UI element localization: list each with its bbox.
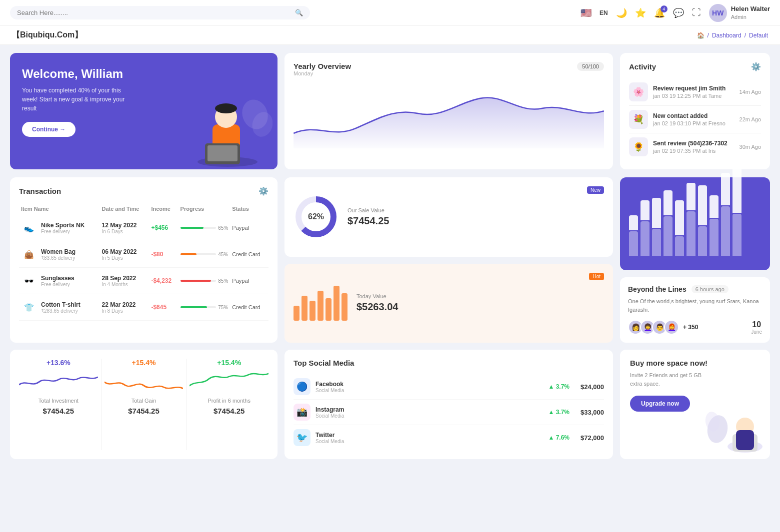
beyond-title: Beyond the Lines xyxy=(628,285,686,293)
stat-label: Profit in 6 months xyxy=(208,398,250,404)
social-icon: 🐦 xyxy=(294,429,310,446)
transaction-title: Transaction xyxy=(19,187,61,195)
fullscreen-icon[interactable]: ⛶ xyxy=(692,7,701,18)
activity-title: Activity xyxy=(629,62,656,71)
right-column: Beyond the Lines 6 hours ago One Of the … xyxy=(620,177,770,343)
social-amount: $33,000 xyxy=(580,409,604,416)
item-income: +$456 xyxy=(149,215,178,241)
activity-avatar: 🌻 xyxy=(629,137,648,156)
bar-dark xyxy=(732,168,742,213)
transaction-settings-icon[interactable]: ⚙️ xyxy=(258,186,268,196)
mini-bar xyxy=(294,306,300,321)
stat-pct: +15.4% xyxy=(217,359,241,367)
breadcrumb-current: Default xyxy=(749,32,768,39)
search-bar[interactable]: 🔍 xyxy=(10,6,310,19)
item-progress: 85% xyxy=(178,268,230,294)
social-row: 📸 Instagram Social Media ▲ 3.7% $33,000 xyxy=(294,400,604,425)
buy-illustration xyxy=(705,399,765,454)
main-grid-row1: Welcome, William You have completed 40% … xyxy=(0,45,780,177)
welcome-subtitle: You have completed 40% of your this week… xyxy=(22,86,132,113)
notification-bell[interactable]: 🔔 4 xyxy=(654,7,665,18)
bar-light xyxy=(675,236,684,256)
transaction-table: Item NameDate and TimeIncomeProgressStat… xyxy=(19,203,268,321)
item-sub: ₹83.65 delivery xyxy=(41,255,76,261)
mini-bar xyxy=(334,286,340,321)
buy-title: Buy more space now! xyxy=(630,359,760,367)
moon-icon[interactable]: 🌙 xyxy=(616,7,627,18)
bar-light xyxy=(664,216,672,256)
activity-item-title: Sent review (504)236-7302 xyxy=(653,140,734,147)
social-info: Facebook Social Media xyxy=(316,381,543,393)
continue-button[interactable]: Continue → xyxy=(22,122,76,137)
bar-column xyxy=(675,200,684,256)
bar-light xyxy=(629,231,638,256)
stat-item: +15.4% Profit in 6 months $7454.25 xyxy=(190,359,268,450)
star-icon[interactable]: ⭐ xyxy=(635,7,646,18)
item-name: Cotton T-shirt xyxy=(41,301,80,308)
sale-label: Our Sale Value xyxy=(348,207,578,213)
donut-percent: 62% xyxy=(308,212,324,221)
beyond-desc: One Of the world,s brightest, young surf… xyxy=(628,297,762,314)
breadcrumb: 🏠 / Dashboard / Default xyxy=(697,32,768,39)
item-cell: 👟 Nike Sports NK Free delivery xyxy=(21,220,98,236)
bar-light xyxy=(732,214,742,256)
welcome-illustration xyxy=(182,84,272,169)
activity-item: 💐 New contact added jan 02 19 03:10 PM a… xyxy=(629,106,761,133)
language-label[interactable]: EN xyxy=(600,9,608,16)
home-icon[interactable]: 🏠 xyxy=(697,32,704,39)
user-role: Admin xyxy=(731,13,770,20)
social-pct: ▲ 3.7% xyxy=(548,383,570,390)
bar-dark xyxy=(710,195,718,218)
main-grid-row2: Transaction ⚙️ Item NameDate and TimeInc… xyxy=(0,177,780,343)
stat-label: Total Investment xyxy=(38,398,78,404)
item-emoji: 👜 xyxy=(21,246,37,262)
table-row: 👜 Women Bag ₹83.65 delivery 06 May 2022 … xyxy=(19,241,268,268)
item-progress: 75% xyxy=(178,294,230,321)
yearly-title: Yearly Overview xyxy=(294,62,351,70)
stat-pct: +13.6% xyxy=(46,359,70,367)
upgrade-button[interactable]: Upgrade now xyxy=(630,396,690,412)
chat-icon[interactable]: 💬 xyxy=(673,7,684,18)
item-status: Credit Card xyxy=(230,241,268,268)
stat-pct: +15.4% xyxy=(132,359,156,367)
activity-settings-icon[interactable]: ⚙️ xyxy=(751,62,761,71)
bar-column xyxy=(652,198,661,256)
welcome-card: Welcome, William You have completed 40% … xyxy=(10,53,278,169)
breadcrumb-dashboard[interactable]: Dashboard xyxy=(712,32,742,39)
social-row: 🐦 Twitter Social Media ▲ 7.6% $72,000 xyxy=(294,425,604,450)
beyond-card: Beyond the Lines 6 hours ago One Of the … xyxy=(620,277,770,343)
social-amount: $24,000 xyxy=(580,383,604,391)
bar-column xyxy=(686,183,696,256)
bar-column xyxy=(710,195,718,256)
bar-light xyxy=(721,206,730,256)
activity-item: 🌸 Review request jim Smith jan 03 19 12:… xyxy=(629,78,761,106)
mini-bar xyxy=(342,293,348,321)
social-name: Facebook xyxy=(316,381,543,388)
bar-dark xyxy=(721,173,730,205)
table-row: 🕶️ Sunglasses Free delivery 28 Sep 2022 … xyxy=(19,268,268,294)
item-income: -$80 xyxy=(149,241,178,268)
item-sub: Free delivery xyxy=(41,282,74,287)
item-sub: Free delivery xyxy=(41,229,84,234)
bar-dark xyxy=(652,198,661,228)
mini-bar xyxy=(310,301,316,321)
search-input[interactable] xyxy=(17,9,291,16)
yearly-overview-card: Yearly Overview Monday 50/100 xyxy=(284,53,613,169)
main-grid-row3: +13.6% Total Investment $7454.25 +15.4% … xyxy=(0,350,780,469)
activity-card: Activity ⚙️ 🌸 Review request jim Smith j… xyxy=(620,53,770,169)
notification-badge: 4 xyxy=(660,5,668,12)
welcome-title: Welcome, William xyxy=(22,67,266,81)
item-status: Paypal xyxy=(230,215,268,241)
activity-avatar: 💐 xyxy=(629,110,648,129)
social-media-card: Top Social Media 🔵 Facebook Social Media… xyxy=(284,350,613,459)
activity-item-time: 22m Ago xyxy=(740,116,761,122)
social-list: 🔵 Facebook Social Media ▲ 3.7% $24,000 📸… xyxy=(294,374,604,450)
bar-dark xyxy=(629,215,638,230)
user-menu[interactable]: HW Helen Walter Admin xyxy=(709,4,770,22)
beyond-avatars: 👩 👩‍🦱 👨 👩‍🦰 xyxy=(628,320,679,335)
bar-dark xyxy=(686,183,696,210)
sparkline xyxy=(19,370,98,395)
table-header: Item Name xyxy=(19,203,100,215)
top-navigation: 🔍 🇺🇸 EN 🌙 ⭐ 🔔 4 💬 ⛶ HW Helen Walter Admi… xyxy=(0,0,780,26)
activity-item: 🌻 Sent review (504)236-7302 jan 02 19 07… xyxy=(629,133,761,160)
